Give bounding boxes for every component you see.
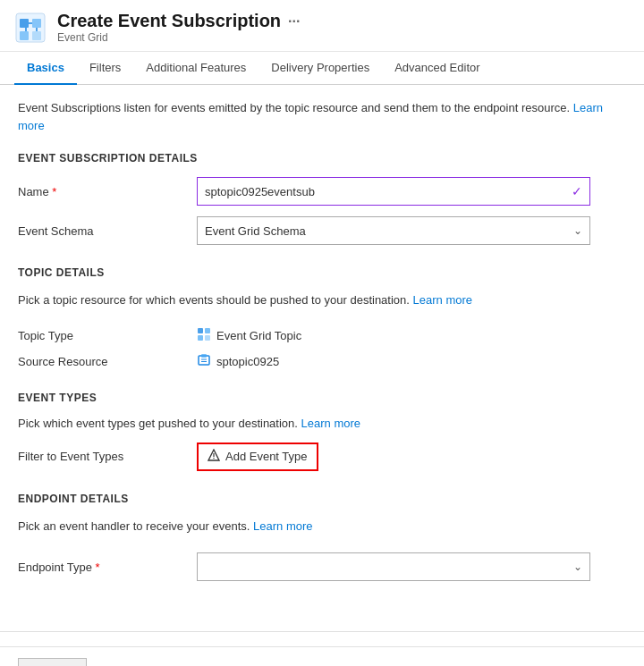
svg-rect-1 <box>20 19 29 28</box>
page-title: Create Event Subscription ··· <box>57 11 630 31</box>
endpoint-details-description: Pick an event handler to receive your ev… <box>18 518 626 535</box>
topic-details-section-title: TOPIC DETAILS <box>18 266 626 279</box>
event-schema-label: Event Schema <box>18 224 197 238</box>
svg-rect-10 <box>198 335 203 341</box>
add-event-type-label: Add Event Type <box>225 450 308 463</box>
add-event-type-icon <box>208 449 220 464</box>
topic-learn-more-text: Learn more <box>413 293 472 307</box>
svg-point-18 <box>213 458 214 459</box>
tab-additional-features[interactable]: Additional Features <box>133 52 258 85</box>
name-value: sptopic0925eventsub <box>205 185 315 198</box>
header-text: Create Event Subscription ··· Event Grid <box>57 11 630 44</box>
endpoint-type-label-text: Endpoint Type <box>18 561 92 574</box>
svg-rect-2 <box>32 19 41 28</box>
tab-delivery-properties[interactable]: Delivery Properties <box>258 52 382 85</box>
event-schema-value: Event Grid Schema <box>205 224 306 238</box>
chevron-down-icon: ⌄ <box>573 224 582 237</box>
svg-rect-9 <box>205 328 210 333</box>
svg-rect-8 <box>198 328 203 333</box>
endpoint-learn-more-text: Learn more <box>253 519 312 533</box>
info-bar: Event Subscriptions listen for events em… <box>18 99 626 134</box>
endpoint-details-section-title: ENDPOINT DETAILS <box>18 493 626 505</box>
topic-type-icon <box>197 327 211 344</box>
endpoint-type-select[interactable]: ⌄ <box>197 552 590 581</box>
event-subscription-section-title: EVENT SUBSCRIPTION DETAILS <box>18 152 626 164</box>
name-control: sptopic0925eventsub ✓ <box>197 177 590 206</box>
topic-type-label: Topic Type <box>18 329 197 342</box>
endpoint-type-control: ⌄ <box>197 552 590 581</box>
source-resource-value: sptopic0925 <box>197 353 279 370</box>
event-schema-control: Event Grid Schema ⌄ <box>197 216 590 245</box>
event-schema-select[interactable]: Event Grid Schema ⌄ <box>197 216 590 245</box>
filter-event-types-label: Filter to Event Types <box>18 450 197 463</box>
add-event-type-control: Add Event Type <box>197 443 590 471</box>
topic-details-description: Pick a topic resource for which events s… <box>18 291 626 309</box>
source-resource-label: Source Resource <box>18 355 197 368</box>
endpoint-desc-text: Pick an event handler to receive your ev… <box>18 519 250 533</box>
footer: Create <box>0 646 644 666</box>
add-event-type-button[interactable]: Add Event Type <box>197 443 318 471</box>
endpoint-type-required-indicator: * <box>96 561 100 574</box>
endpoint-type-row: Endpoint Type * ⌄ <box>18 552 626 581</box>
main-content: Event Subscriptions listen for events em… <box>0 85 644 617</box>
svg-rect-3 <box>20 31 29 40</box>
event-grid-icon <box>14 12 47 44</box>
source-resource-text: sptopic0925 <box>216 355 279 368</box>
topic-details-section: TOPIC DETAILS Pick a topic resource for … <box>18 266 626 370</box>
topic-type-text: Event Grid Topic <box>216 329 301 342</box>
name-label: Name * <box>18 185 197 198</box>
topic-desc-text: Pick a topic resource for which events s… <box>18 293 410 307</box>
event-types-learn-more-link[interactable]: Learn more <box>301 417 360 430</box>
name-required-indicator: * <box>52 185 56 198</box>
filter-event-types-row: Filter to Event Types Add Event Type <box>18 443 626 471</box>
page-subtitle: Event Grid <box>57 31 630 44</box>
nav-tabs: Basics Filters Additional Features Deliv… <box>0 52 644 85</box>
event-schema-row: Event Schema Event Grid Schema ⌄ <box>18 216 626 245</box>
title-text: Create Event Subscription <box>57 11 281 31</box>
name-check-icon: ✓ <box>572 184 582 198</box>
svg-rect-4 <box>32 31 41 40</box>
event-types-desc-text: Pick which event types get pushed to you… <box>18 417 298 430</box>
name-input[interactable]: sptopic0925eventsub ✓ <box>197 177 590 206</box>
page-header: Create Event Subscription ··· Event Grid <box>0 0 644 52</box>
name-row: Name * sptopic0925eventsub ✓ <box>18 177 626 206</box>
event-subscription-details-section: EVENT SUBSCRIPTION DETAILS Name * sptopi… <box>18 152 626 245</box>
topic-learn-more-link[interactable]: Learn more <box>413 293 472 307</box>
event-types-section: EVENT TYPES Pick which event types get p… <box>18 392 626 471</box>
topic-type-value: Event Grid Topic <box>197 327 301 344</box>
endpoint-details-section: ENDPOINT DETAILS Pick an event handler t… <box>18 493 626 582</box>
footer-divider <box>0 631 644 632</box>
create-button[interactable]: Create <box>18 658 87 666</box>
source-resource-row: Source Resource sptopic0925 <box>18 353 626 370</box>
info-text: Event Subscriptions listen for events em… <box>18 101 570 114</box>
more-options-icon[interactable]: ··· <box>288 13 300 30</box>
endpoint-chevron-down-icon: ⌄ <box>573 561 582 573</box>
event-types-learn-more-text: Learn more <box>301 417 360 430</box>
event-types-section-title: EVENT TYPES <box>18 392 626 404</box>
source-resource-icon <box>197 353 211 370</box>
svg-rect-13 <box>201 354 207 358</box>
tab-advanced-editor[interactable]: Advanced Editor <box>382 52 492 85</box>
endpoint-learn-more-link[interactable]: Learn more <box>253 519 312 533</box>
tab-basics[interactable]: Basics <box>14 52 77 85</box>
topic-type-row: Topic Type Event Grid Topic <box>18 327 626 344</box>
svg-rect-11 <box>205 335 210 341</box>
event-types-description: Pick which event types get pushed to you… <box>18 417 626 430</box>
endpoint-type-label: Endpoint Type * <box>18 561 197 574</box>
tab-filters[interactable]: Filters <box>77 52 133 85</box>
